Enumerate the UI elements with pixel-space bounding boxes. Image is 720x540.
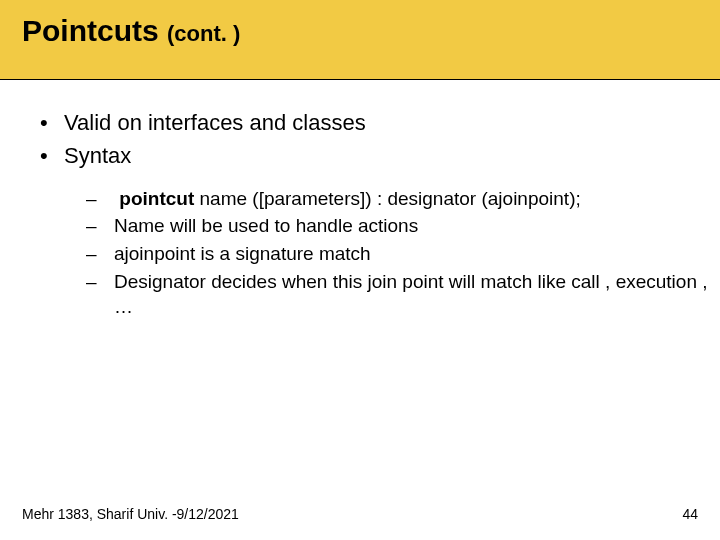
title-cont: (cont. ) bbox=[167, 21, 240, 46]
pointcut-keyword: pointcut bbox=[119, 188, 194, 209]
bullet-list: Valid on interfaces and classes Syntax bbox=[0, 108, 720, 172]
sub-item: Name will be used to handle actions bbox=[86, 213, 720, 239]
syntax-rest: name ([parameters]) : designator (ajoinp… bbox=[194, 188, 581, 209]
sub-item: ajoinpoint is a signature match bbox=[86, 241, 720, 267]
bullet-item: Syntax bbox=[40, 141, 720, 172]
sub-list: pointcut name ([parameters]) : designato… bbox=[0, 186, 720, 320]
content-area: Valid on interfaces and classes Syntax p… bbox=[0, 80, 720, 320]
footer-left: Mehr 1383, Sharif Univ. -9/12/2021 bbox=[22, 506, 239, 522]
sub-item: Designator decides when this join point … bbox=[86, 269, 720, 320]
sub-item: pointcut name ([parameters]) : designato… bbox=[86, 186, 720, 212]
slide-title: Pointcuts (cont. ) bbox=[22, 14, 240, 48]
page-number: 44 bbox=[682, 506, 698, 522]
bullet-item: Valid on interfaces and classes bbox=[40, 108, 720, 139]
footer: Mehr 1383, Sharif Univ. -9/12/2021 44 bbox=[22, 506, 698, 522]
header-band: Pointcuts (cont. ) bbox=[0, 0, 720, 80]
title-main: Pointcuts bbox=[22, 14, 159, 47]
